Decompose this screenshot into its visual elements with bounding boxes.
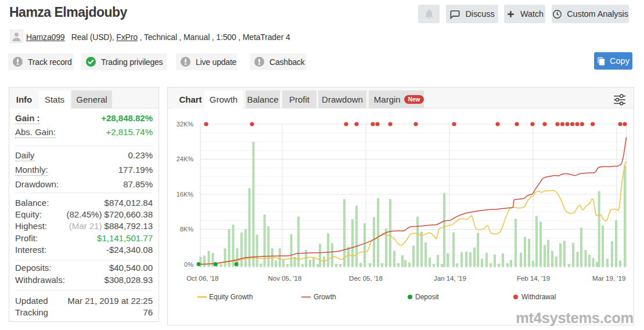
svg-text:Nov 05, '18: Nov 05, '18 <box>268 274 301 281</box>
svg-text:Feb 14, '19: Feb 14, '19 <box>517 274 550 281</box>
svg-text:Jan 14, '19: Jan 14, '19 <box>434 274 466 281</box>
svg-text:0%: 0% <box>184 260 193 267</box>
svg-text:Deposit: Deposit <box>415 293 439 301</box>
svg-text:24K%: 24K% <box>177 155 194 162</box>
svg-text:Oct 06, '18: Oct 06, '18 <box>186 274 218 281</box>
svg-text:mt4systems.com: mt4systems.com <box>516 309 634 325</box>
svg-text:Withdrawal: Withdrawal <box>521 293 556 301</box>
svg-text:Dec 05, '18: Dec 05, '18 <box>349 274 383 281</box>
svg-text:Growth: Growth <box>314 293 336 301</box>
svg-text:Equity Growth: Equity Growth <box>209 293 253 301</box>
svg-text:16K%: 16K% <box>177 190 194 197</box>
svg-text:Mar 19, '19: Mar 19, '19 <box>592 274 625 281</box>
svg-text:32K%: 32K% <box>177 120 194 127</box>
svg-text:8K%: 8K% <box>180 226 193 233</box>
